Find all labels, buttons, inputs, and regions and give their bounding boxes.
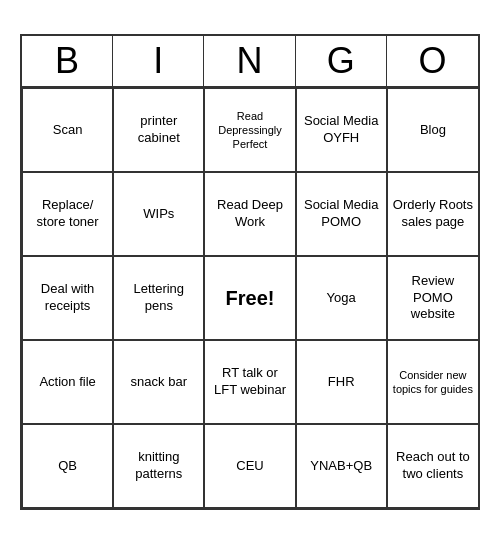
bingo-cell-r2c3: Read Deep Work: [204, 172, 295, 256]
bingo-cell-r5c2: knitting patterns: [113, 424, 204, 508]
cell-text: Social Media POMO: [301, 197, 382, 231]
bingo-cell-r4c2: snack bar: [113, 340, 204, 424]
bingo-cell-r1c4: Social Media OYFH: [296, 88, 387, 172]
bingo-cell-r2c4: Social Media POMO: [296, 172, 387, 256]
cell-text: snack bar: [131, 374, 187, 391]
header-letter-o: O: [387, 36, 478, 86]
cell-text: Scan: [53, 122, 83, 139]
cell-text: YNAB+QB: [310, 458, 372, 475]
cell-text: Yoga: [327, 290, 356, 307]
bingo-cell-r3c5: Review POMO website: [387, 256, 478, 340]
bingo-cell-r4c1: Action file: [22, 340, 113, 424]
cell-text: Replace/ store toner: [27, 197, 108, 231]
bingo-cell-r1c5: Blog: [387, 88, 478, 172]
bingo-header: BINGO: [22, 36, 478, 88]
cell-text: Orderly Roots sales page: [392, 197, 474, 231]
bingo-cell-r4c5: Consider new topics for guides: [387, 340, 478, 424]
bingo-cell-r3c2: Lettering pens: [113, 256, 204, 340]
bingo-cell-r4c3: RT talk or LFT webinar: [204, 340, 295, 424]
cell-text: Review POMO website: [392, 273, 474, 324]
header-letter-i: I: [113, 36, 204, 86]
bingo-cell-r4c4: FHR: [296, 340, 387, 424]
cell-text: Free!: [226, 285, 275, 311]
cell-text: Consider new topics for guides: [392, 368, 474, 397]
cell-text: Reach out to two clients: [392, 449, 474, 483]
bingo-cell-r3c4: Yoga: [296, 256, 387, 340]
cell-text: Blog: [420, 122, 446, 139]
cell-text: knitting patterns: [118, 449, 199, 483]
header-letter-n: N: [204, 36, 295, 86]
bingo-cell-r5c5: Reach out to two clients: [387, 424, 478, 508]
cell-text: QB: [58, 458, 77, 475]
header-letter-g: G: [296, 36, 387, 86]
bingo-cell-r5c1: QB: [22, 424, 113, 508]
bingo-cell-r2c5: Orderly Roots sales page: [387, 172, 478, 256]
header-letter-b: B: [22, 36, 113, 86]
cell-text: Read Deep Work: [209, 197, 290, 231]
bingo-grid: Scanprinter cabinetRead Depressingly Per…: [22, 88, 478, 508]
cell-text: RT talk or LFT webinar: [209, 365, 290, 399]
cell-text: Action file: [39, 374, 95, 391]
bingo-card: BINGO Scanprinter cabinetRead Depressing…: [20, 34, 480, 510]
bingo-cell-r5c3: CEU: [204, 424, 295, 508]
bingo-cell-r3c3: Free!: [204, 256, 295, 340]
bingo-cell-r1c3: Read Depressingly Perfect: [204, 88, 295, 172]
bingo-cell-r5c4: YNAB+QB: [296, 424, 387, 508]
bingo-cell-r3c1: Deal with receipts: [22, 256, 113, 340]
cell-text: CEU: [236, 458, 263, 475]
cell-text: Deal with receipts: [27, 281, 108, 315]
bingo-cell-r1c1: Scan: [22, 88, 113, 172]
bingo-cell-r2c1: Replace/ store toner: [22, 172, 113, 256]
bingo-cell-r2c2: WIPs: [113, 172, 204, 256]
cell-text: Lettering pens: [118, 281, 199, 315]
cell-text: Social Media OYFH: [301, 113, 382, 147]
cell-text: FHR: [328, 374, 355, 391]
cell-text: WIPs: [143, 206, 174, 223]
bingo-cell-r1c2: printer cabinet: [113, 88, 204, 172]
cell-text: Read Depressingly Perfect: [209, 109, 290, 152]
cell-text: printer cabinet: [118, 113, 199, 147]
